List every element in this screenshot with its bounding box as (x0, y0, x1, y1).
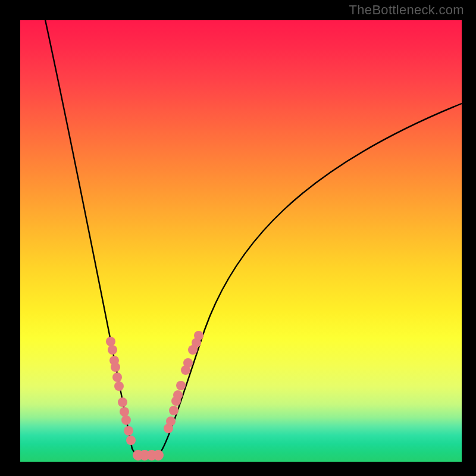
data-point-dot (118, 397, 127, 407)
watermark-label: TheBottleneck.com (349, 2, 464, 18)
curve-left (44, 14, 139, 455)
chart-plot-area (20, 20, 462, 462)
data-point-dot (111, 362, 120, 372)
curve-right (158, 104, 462, 455)
data-point-dot (112, 372, 122, 382)
data-point-dot (194, 331, 203, 340)
data-point-dot (166, 416, 176, 426)
data-point-dot (173, 390, 183, 400)
dots-bottom (133, 450, 164, 461)
data-point-dot (121, 415, 131, 425)
chart-svg (20, 20, 462, 462)
data-point-dot (108, 345, 117, 355)
data-point-dot (183, 358, 193, 368)
dots-right (164, 331, 203, 433)
data-point-dot (120, 407, 129, 416)
data-point-dot (169, 406, 178, 415)
data-point-dot (106, 337, 115, 346)
data-point-dot (153, 450, 164, 461)
data-point-dot (114, 381, 124, 391)
data-point-dot (176, 381, 186, 390)
data-point-dot (126, 436, 136, 445)
data-point-dot (124, 426, 133, 436)
